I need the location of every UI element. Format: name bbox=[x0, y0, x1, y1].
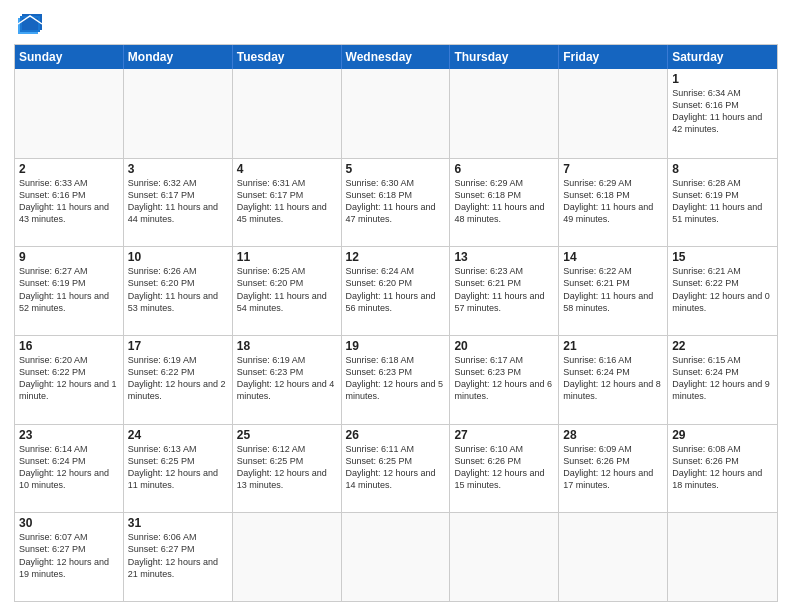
day-info: Sunrise: 6:21 AM Sunset: 6:22 PM Dayligh… bbox=[672, 265, 773, 314]
day-info: Sunrise: 6:30 AM Sunset: 6:18 PM Dayligh… bbox=[346, 177, 446, 226]
week-row-0: 1Sunrise: 6:34 AM Sunset: 6:16 PM Daylig… bbox=[15, 69, 777, 158]
day-info: Sunrise: 6:16 AM Sunset: 6:24 PM Dayligh… bbox=[563, 354, 663, 403]
day-info: Sunrise: 6:06 AM Sunset: 6:27 PM Dayligh… bbox=[128, 531, 228, 580]
day-number: 7 bbox=[563, 162, 663, 176]
day-number: 18 bbox=[237, 339, 337, 353]
day-info: Sunrise: 6:08 AM Sunset: 6:26 PM Dayligh… bbox=[672, 443, 773, 492]
day-info: Sunrise: 6:31 AM Sunset: 6:17 PM Dayligh… bbox=[237, 177, 337, 226]
cal-cell: 21Sunrise: 6:16 AM Sunset: 6:24 PM Dayli… bbox=[559, 336, 668, 424]
cal-cell: 9Sunrise: 6:27 AM Sunset: 6:19 PM Daylig… bbox=[15, 247, 124, 335]
logo-icon bbox=[14, 10, 46, 38]
day-number: 13 bbox=[454, 250, 554, 264]
cal-cell bbox=[15, 69, 124, 158]
cal-cell: 17Sunrise: 6:19 AM Sunset: 6:22 PM Dayli… bbox=[124, 336, 233, 424]
day-number: 25 bbox=[237, 428, 337, 442]
cal-cell: 20Sunrise: 6:17 AM Sunset: 6:23 PM Dayli… bbox=[450, 336, 559, 424]
day-info: Sunrise: 6:07 AM Sunset: 6:27 PM Dayligh… bbox=[19, 531, 119, 580]
day-number: 26 bbox=[346, 428, 446, 442]
day-info: Sunrise: 6:25 AM Sunset: 6:20 PM Dayligh… bbox=[237, 265, 337, 314]
day-info: Sunrise: 6:34 AM Sunset: 6:16 PM Dayligh… bbox=[672, 87, 773, 136]
cal-cell: 23Sunrise: 6:14 AM Sunset: 6:24 PM Dayli… bbox=[15, 425, 124, 513]
day-info: Sunrise: 6:17 AM Sunset: 6:23 PM Dayligh… bbox=[454, 354, 554, 403]
cal-cell: 26Sunrise: 6:11 AM Sunset: 6:25 PM Dayli… bbox=[342, 425, 451, 513]
cal-cell: 1Sunrise: 6:34 AM Sunset: 6:16 PM Daylig… bbox=[668, 69, 777, 158]
day-number: 30 bbox=[19, 516, 119, 530]
cal-cell: 10Sunrise: 6:26 AM Sunset: 6:20 PM Dayli… bbox=[124, 247, 233, 335]
cal-cell: 2Sunrise: 6:33 AM Sunset: 6:16 PM Daylig… bbox=[15, 159, 124, 247]
day-number: 12 bbox=[346, 250, 446, 264]
cal-cell: 8Sunrise: 6:28 AM Sunset: 6:19 PM Daylig… bbox=[668, 159, 777, 247]
cal-cell bbox=[559, 69, 668, 158]
cal-cell: 27Sunrise: 6:10 AM Sunset: 6:26 PM Dayli… bbox=[450, 425, 559, 513]
weekday-header-sunday: Sunday bbox=[15, 45, 124, 69]
day-info: Sunrise: 6:12 AM Sunset: 6:25 PM Dayligh… bbox=[237, 443, 337, 492]
day-number: 8 bbox=[672, 162, 773, 176]
day-info: Sunrise: 6:29 AM Sunset: 6:18 PM Dayligh… bbox=[563, 177, 663, 226]
cal-cell bbox=[559, 513, 668, 601]
cal-cell: 13Sunrise: 6:23 AM Sunset: 6:21 PM Dayli… bbox=[450, 247, 559, 335]
week-row-1: 2Sunrise: 6:33 AM Sunset: 6:16 PM Daylig… bbox=[15, 158, 777, 247]
day-number: 5 bbox=[346, 162, 446, 176]
day-number: 20 bbox=[454, 339, 554, 353]
day-number: 22 bbox=[672, 339, 773, 353]
calendar: SundayMondayTuesdayWednesdayThursdayFrid… bbox=[14, 44, 778, 602]
day-info: Sunrise: 6:19 AM Sunset: 6:23 PM Dayligh… bbox=[237, 354, 337, 403]
cal-cell: 22Sunrise: 6:15 AM Sunset: 6:24 PM Dayli… bbox=[668, 336, 777, 424]
day-info: Sunrise: 6:10 AM Sunset: 6:26 PM Dayligh… bbox=[454, 443, 554, 492]
day-number: 6 bbox=[454, 162, 554, 176]
cal-cell bbox=[124, 69, 233, 158]
cal-cell: 28Sunrise: 6:09 AM Sunset: 6:26 PM Dayli… bbox=[559, 425, 668, 513]
day-number: 19 bbox=[346, 339, 446, 353]
day-number: 14 bbox=[563, 250, 663, 264]
cal-cell bbox=[233, 513, 342, 601]
day-info: Sunrise: 6:32 AM Sunset: 6:17 PM Dayligh… bbox=[128, 177, 228, 226]
cal-cell: 5Sunrise: 6:30 AM Sunset: 6:18 PM Daylig… bbox=[342, 159, 451, 247]
week-row-3: 16Sunrise: 6:20 AM Sunset: 6:22 PM Dayli… bbox=[15, 335, 777, 424]
day-number: 24 bbox=[128, 428, 228, 442]
logo bbox=[14, 10, 50, 38]
day-number: 15 bbox=[672, 250, 773, 264]
cal-cell: 14Sunrise: 6:22 AM Sunset: 6:21 PM Dayli… bbox=[559, 247, 668, 335]
day-number: 10 bbox=[128, 250, 228, 264]
calendar-header: SundayMondayTuesdayWednesdayThursdayFrid… bbox=[15, 45, 777, 69]
day-info: Sunrise: 6:20 AM Sunset: 6:22 PM Dayligh… bbox=[19, 354, 119, 403]
cal-cell: 3Sunrise: 6:32 AM Sunset: 6:17 PM Daylig… bbox=[124, 159, 233, 247]
cal-cell bbox=[342, 69, 451, 158]
weekday-header-wednesday: Wednesday bbox=[342, 45, 451, 69]
day-info: Sunrise: 6:23 AM Sunset: 6:21 PM Dayligh… bbox=[454, 265, 554, 314]
calendar-body: 1Sunrise: 6:34 AM Sunset: 6:16 PM Daylig… bbox=[15, 69, 777, 601]
day-info: Sunrise: 6:29 AM Sunset: 6:18 PM Dayligh… bbox=[454, 177, 554, 226]
cal-cell: 19Sunrise: 6:18 AM Sunset: 6:23 PM Dayli… bbox=[342, 336, 451, 424]
day-info: Sunrise: 6:09 AM Sunset: 6:26 PM Dayligh… bbox=[563, 443, 663, 492]
day-number: 17 bbox=[128, 339, 228, 353]
day-number: 29 bbox=[672, 428, 773, 442]
day-number: 1 bbox=[672, 72, 773, 86]
day-number: 23 bbox=[19, 428, 119, 442]
day-number: 3 bbox=[128, 162, 228, 176]
day-info: Sunrise: 6:11 AM Sunset: 6:25 PM Dayligh… bbox=[346, 443, 446, 492]
day-number: 11 bbox=[237, 250, 337, 264]
cal-cell: 7Sunrise: 6:29 AM Sunset: 6:18 PM Daylig… bbox=[559, 159, 668, 247]
page: SundayMondayTuesdayWednesdayThursdayFrid… bbox=[0, 0, 792, 612]
day-info: Sunrise: 6:26 AM Sunset: 6:20 PM Dayligh… bbox=[128, 265, 228, 314]
cal-cell: 12Sunrise: 6:24 AM Sunset: 6:20 PM Dayli… bbox=[342, 247, 451, 335]
weekday-header-monday: Monday bbox=[124, 45, 233, 69]
day-info: Sunrise: 6:22 AM Sunset: 6:21 PM Dayligh… bbox=[563, 265, 663, 314]
cal-cell bbox=[233, 69, 342, 158]
cal-cell: 30Sunrise: 6:07 AM Sunset: 6:27 PM Dayli… bbox=[15, 513, 124, 601]
day-info: Sunrise: 6:33 AM Sunset: 6:16 PM Dayligh… bbox=[19, 177, 119, 226]
day-info: Sunrise: 6:19 AM Sunset: 6:22 PM Dayligh… bbox=[128, 354, 228, 403]
cal-cell bbox=[668, 513, 777, 601]
cal-cell: 16Sunrise: 6:20 AM Sunset: 6:22 PM Dayli… bbox=[15, 336, 124, 424]
cal-cell: 11Sunrise: 6:25 AM Sunset: 6:20 PM Dayli… bbox=[233, 247, 342, 335]
weekday-header-thursday: Thursday bbox=[450, 45, 559, 69]
cal-cell: 24Sunrise: 6:13 AM Sunset: 6:25 PM Dayli… bbox=[124, 425, 233, 513]
cal-cell: 25Sunrise: 6:12 AM Sunset: 6:25 PM Dayli… bbox=[233, 425, 342, 513]
cal-cell bbox=[342, 513, 451, 601]
day-info: Sunrise: 6:13 AM Sunset: 6:25 PM Dayligh… bbox=[128, 443, 228, 492]
day-info: Sunrise: 6:14 AM Sunset: 6:24 PM Dayligh… bbox=[19, 443, 119, 492]
week-row-4: 23Sunrise: 6:14 AM Sunset: 6:24 PM Dayli… bbox=[15, 424, 777, 513]
cal-cell bbox=[450, 513, 559, 601]
day-number: 27 bbox=[454, 428, 554, 442]
day-info: Sunrise: 6:24 AM Sunset: 6:20 PM Dayligh… bbox=[346, 265, 446, 314]
